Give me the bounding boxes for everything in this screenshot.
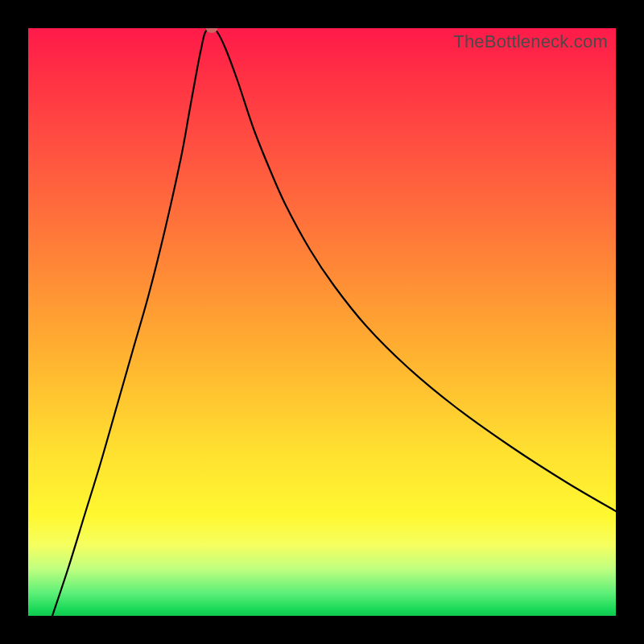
watermark-text: TheBottleneck.com (453, 31, 608, 52)
bottleneck-curve (28, 28, 616, 616)
chart-frame: TheBottleneck.com (0, 0, 644, 644)
plot-area: TheBottleneck.com (28, 28, 616, 616)
curve-path (52, 28, 616, 616)
